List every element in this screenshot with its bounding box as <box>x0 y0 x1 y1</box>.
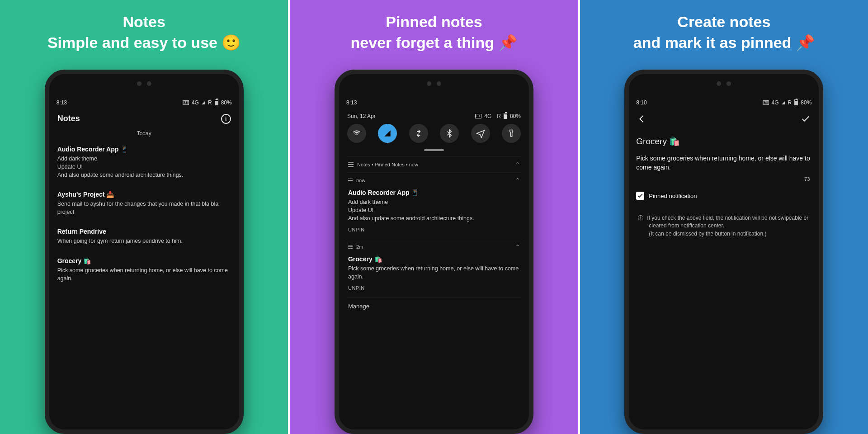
status-bar: 8:10 LTE 4G R 80% <box>636 97 811 108</box>
manage-notifications-button[interactable]: Manage <box>346 297 522 315</box>
net-icon: 4G <box>192 99 199 106</box>
info-icon[interactable]: i <box>221 114 231 124</box>
save-button[interactable] <box>801 114 811 125</box>
character-count: 73 <box>636 175 811 192</box>
note-body: Pick some groceries when returning home,… <box>57 266 231 283</box>
note-title: Audio Recorder App 📱 <box>57 146 231 153</box>
checkbox-checked-icon[interactable] <box>636 192 644 200</box>
notification-group-title: Notes • Pinned Notes • now <box>357 162 418 167</box>
clock: 8:10 <box>636 99 646 106</box>
net-icon: 4G <box>484 113 491 119</box>
roaming-icon: R <box>497 113 501 119</box>
info-icon: ⓘ <box>638 215 643 221</box>
notification-group-header[interactable]: Notes • Pinned Notes • now ⌃ <box>346 156 522 172</box>
quick-settings-tiles <box>346 122 522 147</box>
signal-icon <box>782 101 785 104</box>
promo-panel-1: Notes Simple and easy to use 🙂 8:13 LTE … <box>0 0 288 434</box>
note-title: Ayshu's Project 📥 <box>57 191 231 198</box>
status-bar: 8:13 LTE 4G R 80% <box>57 97 232 108</box>
unpin-button[interactable]: UNPIN <box>346 222 522 239</box>
page-title: Notes <box>57 114 80 123</box>
chevron-up-icon: ⌃ <box>515 244 520 250</box>
battery-pct: 80% <box>221 99 232 106</box>
note-title: Grocery 🛍️ <box>57 257 231 264</box>
phone-mock-notification-shade: 8:13 Sun, 12 Apr LTE 4G R 80% <box>335 70 533 434</box>
battery-pct: 80% <box>510 113 521 119</box>
promo-title-2: Pinned notes never forget a thing 📌 <box>342 0 527 70</box>
phone-mock-note-editor: 8:10 LTE 4G R 80% Grocery 🛍️ Pick so <box>624 70 823 434</box>
promo-panel-3: Create notes and mark it as pinned 📌 8:1… <box>580 0 868 434</box>
mobile-data-tile[interactable] <box>378 124 397 143</box>
lte-icon: LTE <box>183 100 189 105</box>
phone-mock-notes-list: 8:13 LTE 4G R 80% Notes i Today <box>45 70 244 434</box>
list-icon <box>348 179 353 183</box>
note-body: Add dark theme Update UI And also update… <box>57 155 231 179</box>
section-label-today: Today <box>57 127 232 142</box>
battery-pct: 80% <box>801 99 811 106</box>
list-icon <box>348 245 353 249</box>
roaming-icon: R <box>788 99 792 106</box>
note-item[interactable]: Ayshu's Project 📥 Send mail to ayshu for… <box>57 187 232 224</box>
flashlight-tile[interactable] <box>502 124 521 143</box>
promo-panel-2: Pinned notes never forget a thing 📌 8:13… <box>290 0 578 434</box>
promo-title-3: Create notes and mark it as pinned 📌 <box>624 0 824 70</box>
qs-drag-handle[interactable] <box>424 149 444 151</box>
notification-timestamp: 2m <box>356 244 363 250</box>
note-body: When going for gym return james pendrive… <box>57 237 231 245</box>
note-item[interactable]: Return Pendrive When going for gym retur… <box>57 224 232 253</box>
airplane-tile[interactable] <box>471 124 490 143</box>
status-bar: 8:13 <box>346 97 522 108</box>
qs-date: Sun, 12 Apr <box>347 113 376 119</box>
clock: 8:13 <box>57 99 67 106</box>
checkbox-label: Pinned notification <box>649 193 697 199</box>
notification-timestamp: now <box>356 178 365 183</box>
note-title-input[interactable]: Grocery 🛍️ <box>636 136 811 154</box>
notification-body: Pick some groceries when returning home,… <box>348 264 520 281</box>
notification-item-header[interactable]: 2m ⌃ <box>346 239 522 255</box>
notification-item[interactable]: Audio Recorder App 📱 Add dark theme Upda… <box>346 188 522 222</box>
battery-icon <box>794 99 798 105</box>
battery-icon <box>215 99 218 105</box>
lte-icon: LTE <box>763 100 769 105</box>
notification-body: Add dark theme Update UI And also update… <box>348 198 520 222</box>
notification-item-header[interactable]: now ⌃ <box>346 172 522 188</box>
notification-title: Grocery 🛍️ <box>348 255 520 263</box>
bluetooth-tile[interactable] <box>440 124 459 143</box>
note-body: Send mail to ayshu for the changes that … <box>57 200 231 216</box>
unpin-button[interactable]: UNPIN <box>346 281 522 297</box>
pinned-hint-text: ⓘIf you check the above field, the notif… <box>636 206 811 238</box>
clock: 8:13 <box>346 99 357 106</box>
back-button[interactable] <box>637 114 647 125</box>
signal-icon <box>202 101 205 104</box>
battery-icon <box>504 113 507 119</box>
note-title: Return Pendrive <box>57 228 231 235</box>
net-icon: 4G <box>772 99 779 106</box>
list-icon <box>348 162 354 167</box>
note-body-input[interactable]: Pick some groceries when returning home,… <box>636 154 811 175</box>
notification-title: Audio Recorder App 📱 <box>348 189 520 196</box>
rotate-tile[interactable] <box>409 124 428 143</box>
notification-item[interactable]: Grocery 🛍️ Pick some groceries when retu… <box>346 255 522 281</box>
roaming-icon: R <box>208 99 212 106</box>
chevron-up-icon: ⌃ <box>515 177 520 184</box>
promo-title-1: Notes Simple and easy to use 🙂 <box>38 0 250 70</box>
lte-icon: LTE <box>475 114 481 118</box>
pinned-notification-checkbox-row[interactable]: Pinned notification <box>636 192 811 206</box>
wifi-tile[interactable] <box>347 124 366 143</box>
note-item[interactable]: Audio Recorder App 📱 Add dark theme Upda… <box>57 142 232 187</box>
note-item[interactable]: Grocery 🛍️ Pick some groceries when retu… <box>57 254 232 291</box>
chevron-up-icon: ⌃ <box>515 161 520 168</box>
